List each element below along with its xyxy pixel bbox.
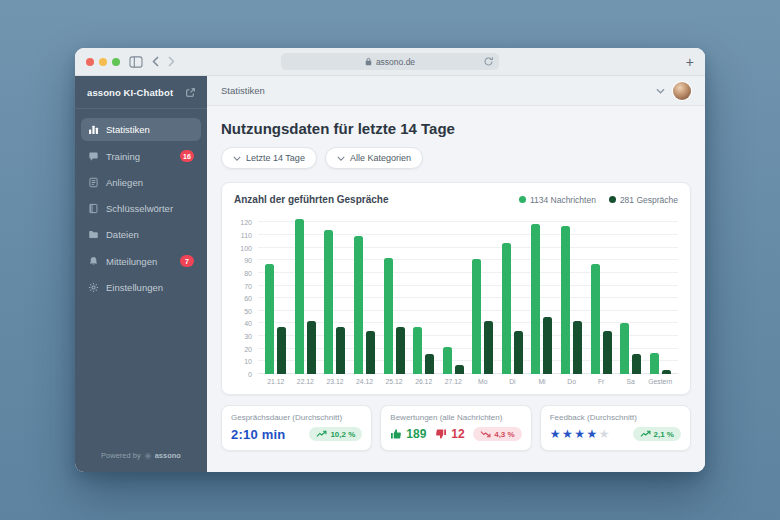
thumb-up-icon (390, 428, 402, 440)
conversations-bar[interactable] (484, 321, 493, 374)
bar-group-21-12 (261, 216, 291, 374)
sidebar-item-statistiken[interactable]: Statistiken (81, 118, 201, 141)
stats-row: Gesprächsdauer (Durchschnitt)2:10 min10,… (221, 405, 691, 451)
traffic-lights (86, 58, 120, 66)
sidebar-item-schl-sselw-rter[interactable]: Schlüsselwörter (81, 197, 201, 220)
forward-icon[interactable] (168, 56, 175, 67)
chart-legend: 1134 Nachrichten281 Gespräche (519, 195, 678, 205)
sidebar-item-dateien[interactable]: Dateien (81, 223, 201, 246)
sidebar-item-einstellungen[interactable]: Einstellungen (81, 276, 201, 299)
messages-bar[interactable] (502, 243, 511, 374)
sidebar-footer: Powered by assono (75, 451, 207, 460)
trend-down-icon (480, 430, 491, 438)
close-window-button[interactable] (86, 58, 94, 66)
sidebar-item-label: Anliegen (106, 177, 143, 188)
avatar[interactable] (673, 82, 691, 100)
messages-bar[interactable] (443, 347, 452, 374)
sidebar: assono KI-Chatbot StatistikenTraining16A… (75, 76, 207, 472)
sidebar-toggle-icon[interactable] (129, 56, 143, 68)
filter-label: Letzte 14 Tage (246, 153, 305, 163)
conversations-bar[interactable] (632, 354, 641, 374)
folder-icon (88, 229, 99, 240)
conversations-bar[interactable] (543, 317, 552, 374)
conversations-bar[interactable] (573, 321, 582, 374)
conversations-bar[interactable] (396, 327, 405, 374)
bar-group-di (498, 216, 528, 374)
bar-group-27-12 (438, 216, 468, 374)
x-tick-label: 24.12 (350, 378, 380, 385)
conversations-bar[interactable] (425, 354, 434, 374)
browser-chrome: assono.de + (75, 48, 705, 76)
legend-item: 1134 Nachrichten (519, 195, 596, 205)
conversations-bar[interactable] (366, 331, 375, 374)
messages-bar[interactable] (324, 230, 333, 374)
sidebar-item-anliegen[interactable]: Anliegen (81, 171, 201, 194)
legend-item: 281 Gespräche (609, 195, 678, 205)
notification-badge: 16 (180, 150, 194, 162)
sidebar-item-label: Einstellungen (106, 282, 163, 293)
back-icon[interactable] (152, 56, 159, 67)
conversations-bar[interactable] (336, 327, 345, 374)
conversations-bar[interactable] (514, 331, 523, 374)
bar-group-25-12 (379, 216, 409, 374)
chevron-down-icon (233, 156, 241, 161)
new-tab-button[interactable]: + (686, 55, 694, 69)
messages-bar[interactable] (531, 224, 540, 374)
conversations-bar[interactable] (277, 327, 286, 374)
messages-bar[interactable] (413, 327, 422, 374)
x-tick-label: 27.12 (438, 378, 468, 385)
lock-icon (365, 57, 372, 66)
chevron-down-icon[interactable] (656, 88, 665, 94)
star-icon: ★ (599, 427, 611, 441)
external-link-icon[interactable] (185, 87, 196, 98)
messages-bar[interactable] (561, 226, 570, 374)
x-tick-label: Sa (616, 378, 646, 385)
thumbs-up-count: 189 (406, 427, 426, 441)
filter-row: Letzte 14 TageAlle Kategorien (221, 147, 691, 169)
stat-card-ratings: Bewertungen (alle Nachrichten)189124,3 % (380, 405, 531, 451)
sidebar-item-label: Training (106, 151, 140, 162)
legend-label: 281 Gespräche (620, 195, 678, 205)
conversations-bar[interactable] (455, 365, 464, 374)
powered-by-label: Powered by (101, 451, 141, 460)
y-tick-label: 10 (244, 358, 252, 365)
messages-bar[interactable] (620, 323, 629, 374)
y-tick-label: 90 (244, 257, 252, 264)
sidebar-item-mitteilungen[interactable]: Mitteilungen7 (81, 249, 201, 273)
messages-bar[interactable] (265, 264, 274, 374)
messages-bar[interactable] (650, 353, 659, 374)
x-tick-label: 25.12 (379, 378, 409, 385)
document-list-icon (88, 177, 99, 188)
x-tick-label: Fr (586, 378, 616, 385)
filter-button-alle-kategorien[interactable]: Alle Kategorien (325, 147, 423, 169)
y-tick-label: 60 (244, 295, 252, 302)
messages-bar[interactable] (591, 264, 600, 374)
sidebar-header: assono KI-Chatbot (75, 76, 207, 109)
x-tick-label: 21.12 (261, 378, 291, 385)
breadcrumb: Statistiken (221, 85, 265, 96)
y-tick-label: 30 (244, 333, 252, 340)
x-tick-label: 23.12 (320, 378, 350, 385)
messages-bar[interactable] (295, 219, 304, 374)
messages-bar[interactable] (472, 259, 481, 374)
y-tick-label: 0 (248, 371, 252, 378)
messages-bar[interactable] (384, 258, 393, 374)
sidebar-item-label: Dateien (106, 229, 139, 240)
reload-icon[interactable] (483, 56, 494, 69)
conversations-bar[interactable] (662, 370, 671, 374)
assono-logo-icon (144, 452, 152, 460)
conversations-bar[interactable] (307, 321, 316, 374)
minimize-window-button[interactable] (99, 58, 107, 66)
address-bar[interactable]: assono.de (281, 53, 499, 70)
sidebar-item-training[interactable]: Training16 (81, 144, 201, 168)
sidebar-item-label: Mitteilungen (106, 256, 157, 267)
conversations-bar[interactable] (603, 331, 612, 374)
maximize-window-button[interactable] (112, 58, 120, 66)
legend-label: 1134 Nachrichten (530, 195, 596, 205)
star-icon: ★ (550, 427, 562, 441)
messages-bar[interactable] (354, 236, 363, 374)
y-tick-label: 50 (244, 307, 252, 314)
filter-button-letzte-14-tage[interactable]: Letzte 14 Tage (221, 147, 317, 169)
bar-group-gestern (646, 216, 676, 374)
bar-group-fr (586, 216, 616, 374)
